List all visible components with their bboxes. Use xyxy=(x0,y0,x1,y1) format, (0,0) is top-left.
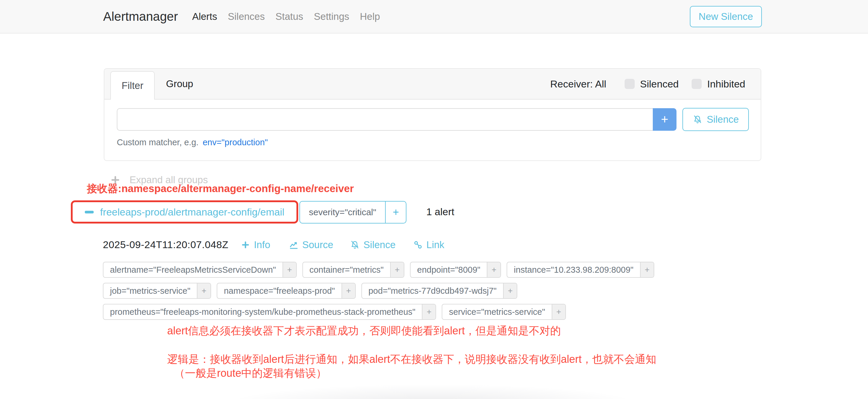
custom-matcher-hint: Custom matcher, e.g. xyxy=(117,137,198,147)
label-add-filter-button[interactable]: + xyxy=(640,262,654,277)
alert-info-label: Info xyxy=(254,239,270,250)
alert-groups-section: Expand all groups 接收器:namespace/alterman… xyxy=(0,161,868,399)
inhibited-label[interactable]: Inhibited xyxy=(707,78,745,90)
filter-panel: Filter Group Receiver: All Silenced Inhi… xyxy=(104,68,761,161)
label-text: alertname="FreeleapsMetricsServiceDown" xyxy=(103,262,282,277)
label-add-filter-button[interactable]: + xyxy=(390,262,404,277)
tab-filter[interactable]: Filter xyxy=(110,71,155,100)
label-text: pod="metrics-77d9cdb497-wdsj7" xyxy=(362,283,503,298)
silenced-checkbox[interactable] xyxy=(625,79,635,89)
label-add-filter-button[interactable]: + xyxy=(282,262,296,277)
label-add-filter-button[interactable]: + xyxy=(342,283,355,298)
annotation-line-c: （一般是route中的逻辑有错误） xyxy=(174,366,327,380)
label-add-filter-button[interactable]: + xyxy=(197,283,211,298)
label-text: service="metrics-service" xyxy=(442,304,551,319)
label-add-filter-button[interactable]: + xyxy=(552,304,565,319)
alert-meta-row: 2025-09-24T11:20:07.048Z Info Source Sil… xyxy=(103,239,444,250)
label-add-filter-button[interactable]: + xyxy=(422,304,435,319)
alert-count: 1 alert xyxy=(426,206,455,218)
link-icon xyxy=(413,240,423,250)
label-pill: pod="metrics-77d9cdb497-wdsj7" + xyxy=(361,283,517,299)
filter-panel-header: Filter Group Receiver: All Silenced Inhi… xyxy=(104,69,761,100)
label-text: job="metrics-service" xyxy=(103,283,197,298)
alert-source-label: Source xyxy=(302,239,334,250)
label-text: endpoint="8009" xyxy=(410,262,487,277)
alert-silence-label: Silence xyxy=(364,239,396,250)
bell-slash-icon xyxy=(350,240,360,250)
label-text: container="metrics" xyxy=(303,262,390,277)
label-text: instance="10.233.98.209:8009" xyxy=(507,262,640,277)
matcher-input[interactable] xyxy=(117,108,653,131)
silence-filter-label: Silence xyxy=(707,114,739,125)
nav-silences[interactable]: Silences xyxy=(228,11,265,22)
alert-labels-row-2: job="metrics-service" + namespace="freel… xyxy=(103,283,517,299)
label-text: namespace="freeleaps-prod" xyxy=(217,283,341,298)
new-silence-button[interactable]: New Silence xyxy=(690,6,762,27)
matcher-input-group: + xyxy=(117,108,677,131)
nav-alerts[interactable]: Alerts xyxy=(192,11,217,22)
alert-labels-row-3: prometheus="freeleaps-monitoring-system/… xyxy=(103,304,566,320)
inhibited-checkbox[interactable] xyxy=(692,79,702,89)
receiver-group-name: freeleaps-prod/alertmanager-config/email xyxy=(100,206,285,218)
label-add-filter-button[interactable]: + xyxy=(487,262,500,277)
collapse-minus-icon xyxy=(85,211,94,213)
navbar: Alertmanager Alerts Silences Status Sett… xyxy=(0,0,868,33)
receiver-annotation-text: 接收器:namespace/altermanager-config-name/r… xyxy=(87,182,354,196)
alert-labels-row-1: alertname="FreeleapsMetricsServiceDown" … xyxy=(103,262,654,278)
alert-info-button[interactable]: Info xyxy=(241,239,270,250)
plus-icon xyxy=(241,240,250,250)
alert-silence-button[interactable]: Silence xyxy=(350,239,396,250)
label-pill: container="metrics" + xyxy=(302,262,404,278)
group-matcher-text: severity="critical" xyxy=(300,202,385,223)
alert-link-label: Link xyxy=(426,239,444,250)
add-matcher-button[interactable]: + xyxy=(653,108,677,131)
chart-line-icon xyxy=(289,240,299,250)
nav-help[interactable]: Help xyxy=(360,11,380,22)
receiver-group-highlight-box[interactable]: freeleaps-prod/alertmanager-config/email xyxy=(71,201,298,223)
filter-panel-body: + Silence Custom matcher, e.g. env="prod… xyxy=(104,100,761,147)
label-pill: endpoint="8009" + xyxy=(410,262,501,278)
alert-timestamp: 2025-09-24T11:20:07.048Z xyxy=(103,239,228,250)
alert-permalink[interactable]: Link xyxy=(413,239,444,250)
silence-filter-button[interactable]: Silence xyxy=(682,108,749,131)
label-pill: service="metrics-service" + xyxy=(442,304,566,320)
label-pill: job="metrics-service" + xyxy=(103,283,211,299)
label-pill: namespace="freeleaps-prod" + xyxy=(217,283,355,299)
silenced-label[interactable]: Silenced xyxy=(640,78,679,90)
matcher-example-link[interactable]: env="production" xyxy=(203,137,268,147)
label-add-filter-button[interactable]: + xyxy=(503,283,517,298)
label-pill: alertname="FreeleapsMetricsServiceDown" … xyxy=(103,262,297,278)
receiver-selector[interactable]: Receiver: All xyxy=(550,78,606,90)
alert-source-link[interactable]: Source xyxy=(289,239,334,250)
annotation-line-b: 逻辑是：接收器收到alert后进行通知，如果alert不在接收器下，说明接收器没… xyxy=(167,352,656,367)
tab-group[interactable]: Group xyxy=(166,78,193,90)
app-brand: Alertmanager xyxy=(103,9,178,24)
label-pill: prometheus="freeleaps-monitoring-system/… xyxy=(103,304,436,320)
group-matcher-add-button[interactable]: + xyxy=(385,202,406,223)
bell-slash-icon xyxy=(692,115,703,124)
label-pill: instance="10.233.98.209:8009" + xyxy=(507,262,654,278)
group-matcher-chip: severity="critical" + xyxy=(300,201,406,223)
label-text: prometheus="freeleaps-monitoring-system/… xyxy=(103,304,422,319)
nav-settings[interactable]: Settings xyxy=(314,11,349,22)
nav-status[interactable]: Status xyxy=(275,11,303,22)
header-controls: Receiver: All Silenced Inhibited xyxy=(550,78,761,90)
annotation-line-a: alert信息必须在接收器下才表示配置成功，否则即使能看到alert，但是通知是… xyxy=(167,324,561,338)
